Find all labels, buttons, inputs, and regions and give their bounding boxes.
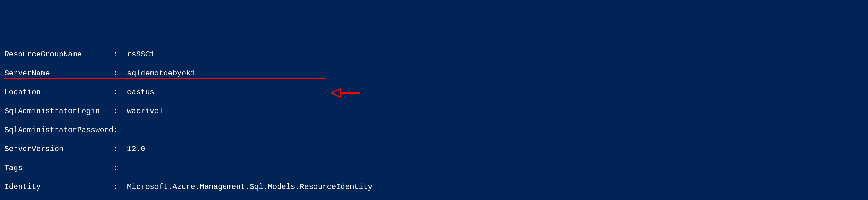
annotation-underline [4, 78, 325, 79]
separator: : [114, 107, 123, 116]
separator: : [114, 164, 123, 173]
row-resourcegroupname: ResourceGroupName: rsSSC1 [4, 50, 864, 59]
row-location: Location: eastus [4, 88, 864, 97]
svg-marker-1 [332, 89, 341, 97]
separator: : [114, 182, 123, 192]
separator: : [114, 69, 123, 78]
label: Tags [4, 164, 114, 173]
value: rsSSC1 [127, 50, 154, 59]
value: sqldemotdebyok1 [127, 69, 195, 78]
label: ServerVersion [4, 144, 114, 154]
label: Location [4, 88, 114, 97]
value: Microsoft.Azure.Management.Sql.Models.Re… [127, 183, 372, 191]
separator: : [114, 88, 123, 97]
value: wacrivel [127, 107, 163, 115]
row-sqladminlogin: SqlAdministratorLogin: wacrivel [4, 107, 864, 116]
annotation-arrow-icon [331, 68, 361, 109]
row-tags: Tags: [4, 164, 864, 173]
label: Identity [4, 182, 114, 192]
label: ServerName [4, 69, 114, 78]
separator: : [114, 125, 123, 135]
row-sqladminpassword: SqlAdministratorPassword: [4, 125, 864, 135]
row-identity: Identity: Microsoft.Azure.Management.Sql… [4, 182, 864, 192]
separator: : [114, 50, 123, 59]
label: SqlAdministratorLogin [4, 107, 114, 116]
label: ResourceGroupName [4, 50, 114, 59]
value: 12.0 [127, 145, 146, 153]
value: eastus [127, 88, 154, 96]
row-serverversion: ServerVersion: 12.0 [4, 144, 864, 154]
separator: : [114, 144, 123, 154]
row-servername: ServerName: sqldemotdebyok1 [4, 69, 864, 78]
label: SqlAdministratorPassword [4, 125, 114, 135]
